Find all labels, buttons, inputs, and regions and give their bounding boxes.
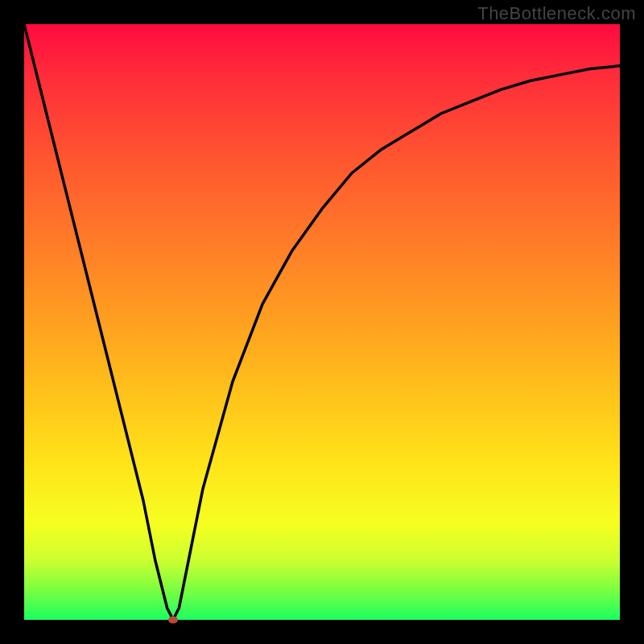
chart-frame: TheBottleneck.com [0,0,644,644]
optimal-point-marker [168,617,178,624]
plot-area [24,24,620,620]
curve-svg [24,24,620,620]
bottleneck-curve-path [24,24,620,620]
watermark-text: TheBottleneck.com [477,3,636,24]
